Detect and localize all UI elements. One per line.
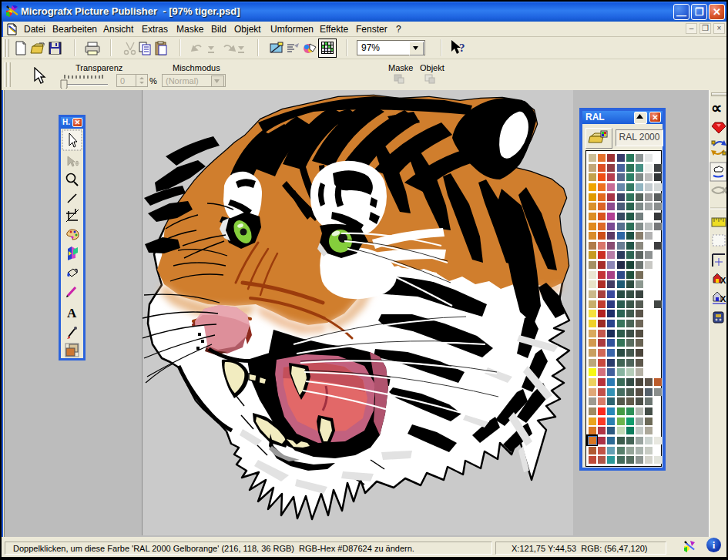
svg-text:∝: ∝ (711, 99, 722, 116)
svg-text:A: A (67, 306, 77, 320)
svg-text:?: ? (459, 42, 465, 54)
svg-text:X: X (720, 276, 726, 285)
svg-text:X: X (720, 294, 726, 303)
